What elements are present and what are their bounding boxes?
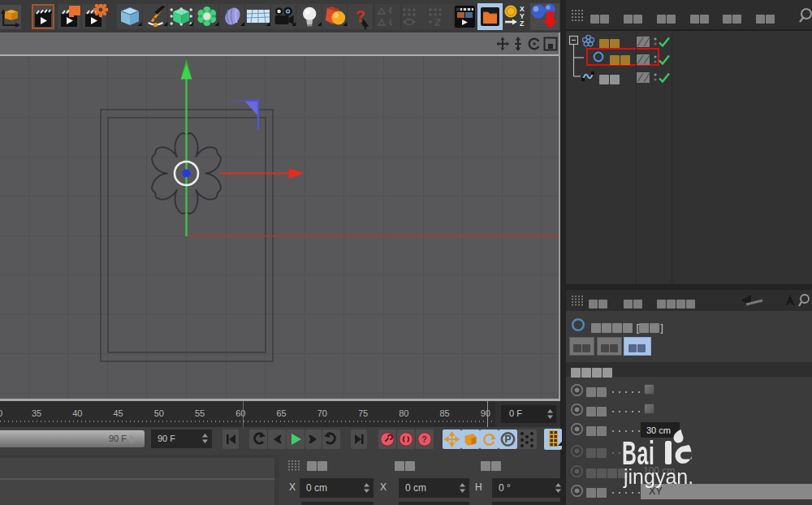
svg-text:?: ?	[422, 435, 427, 444]
svg-text:P: P	[505, 434, 512, 445]
svg-text:Z: Z	[520, 19, 524, 28]
